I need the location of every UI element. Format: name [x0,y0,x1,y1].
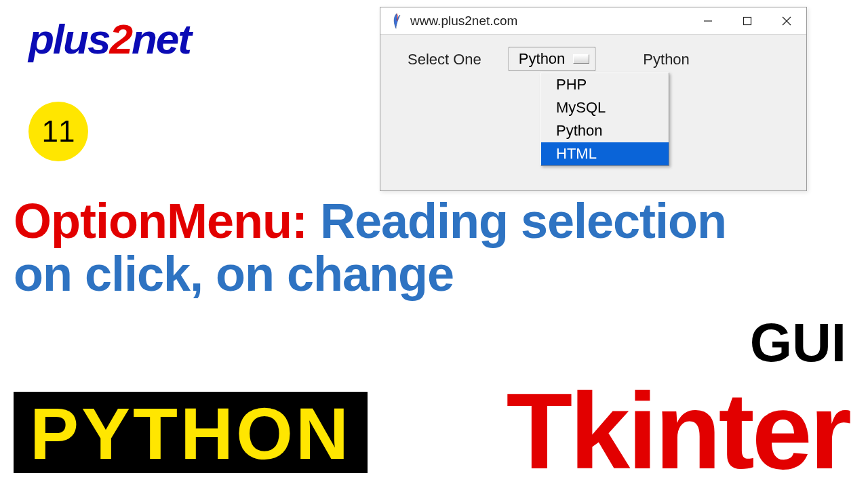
minimize-button[interactable] [688,7,728,35]
titlebar[interactable]: www.plus2net.com [380,7,806,35]
menu-item-php[interactable]: PHP [541,73,669,96]
headline-optionmenu: OptionMenu: [14,194,307,248]
logo-part-net: net [132,16,191,62]
result-label: Python [643,47,690,68]
logo-part-2: 2 [109,16,131,62]
tk-feather-icon [390,12,403,30]
menu-item-html[interactable]: HTML [541,142,669,165]
gui-label: GUI [750,312,846,374]
window-title: www.plus2net.com [410,14,688,28]
close-button[interactable] [767,7,806,35]
option-menu-dropdown: PHP MySQL Python HTML [540,73,669,166]
option-menu-value: Python [519,50,566,68]
tkinter-label: Tkinter [507,377,849,485]
plus2net-logo: plus2net [28,15,191,63]
python-box: PYTHON [14,392,368,473]
prompt-label: Select One [408,47,481,68]
headline: OptionMenu: Reading selection on click, … [14,195,726,301]
client-area: Select One Python Python PHP MySQL Pytho… [380,35,806,190]
option-menu-indicator-icon [573,54,589,64]
menu-item-mysql[interactable]: MySQL [541,96,669,119]
episode-number: 11 [42,115,75,148]
maximize-button[interactable] [728,7,767,35]
headline-blue2: on click, on change [14,247,454,301]
menu-item-python[interactable]: Python [541,119,669,142]
logo-part-plus: plus [28,16,109,62]
tk-window: www.plus2net.com Select One Python Pytho… [380,7,807,191]
option-menu-button[interactable]: Python [509,47,596,71]
headline-blue1: Reading selection [307,194,726,248]
svg-rect-1 [744,17,751,24]
episode-badge: 11 [28,102,88,161]
